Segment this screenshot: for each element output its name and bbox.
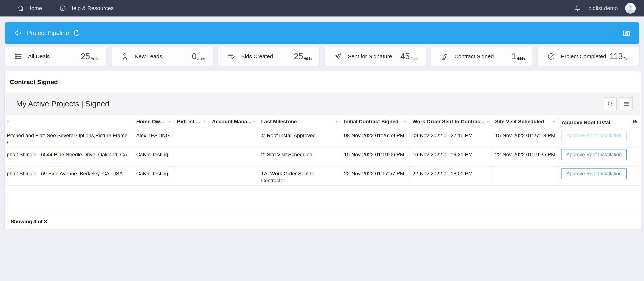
top-navbar: Home Help & Resources bidlist.demo bbox=[0, 0, 644, 16]
column-header-account-manager[interactable]: Account Mana... bbox=[209, 115, 258, 128]
folder-block-icon[interactable] bbox=[622, 29, 630, 37]
work-order-sent-cell: 09-Nov-2022 01:27:15 PM bbox=[410, 128, 492, 147]
sort-triangle-icon bbox=[486, 121, 489, 123]
refresh-icon[interactable] bbox=[73, 29, 80, 37]
table-row[interactable]: phalt Shingle - 69 Pine Avenue, Berkeley… bbox=[6, 167, 640, 186]
approve-roof-installation-button[interactable]: Approve Roof Installation bbox=[562, 130, 626, 141]
kpi-card-new-leads[interactable]: New Leads 0/bids bbox=[112, 47, 213, 66]
roof-cell bbox=[630, 128, 640, 147]
kpi-card-all-deals[interactable]: All Deals 25/bids bbox=[5, 47, 106, 66]
table-empty-space bbox=[6, 186, 640, 214]
site-visit-scheduled-cell: 15-Nov-2022 01:27:18 PM bbox=[492, 128, 558, 147]
deals-list-icon bbox=[14, 52, 22, 60]
column-header-roof[interactable]: Roo bbox=[630, 115, 640, 128]
pipeline-banner: Project Pipeline bbox=[5, 22, 639, 44]
column-header-work-order-sent[interactable]: Work Order Sent to Contrac... bbox=[410, 115, 492, 128]
kpi-label: All Deals bbox=[28, 53, 50, 59]
nav-help[interactable]: Help & Resources bbox=[60, 5, 114, 11]
table-row[interactable]: Pitched and Flat: See Several Options,Pi… bbox=[6, 128, 640, 147]
contract-signed-panel: Contract Signed My Active Projects | Sig… bbox=[4, 71, 641, 229]
banner-title: Project Pipeline bbox=[27, 29, 69, 36]
approve-roof-installation-button[interactable]: Approve Roof Installation bbox=[562, 149, 626, 160]
column-header-approve-roof-install[interactable]: Approve Roof Install bbox=[558, 115, 630, 128]
kpi-card-sent-for-signature[interactable]: Sent for Signature 45/bids bbox=[325, 47, 426, 66]
last-milestone-cell: 2: Site Visit Scheduled bbox=[258, 147, 341, 166]
sort-triangle-icon bbox=[553, 121, 556, 123]
column-header-home-owner[interactable]: Home Ow... bbox=[133, 115, 174, 128]
username-label[interactable]: bidlist.demo bbox=[588, 5, 618, 11]
project-cell: Pitched and Flat: See Several Options,Pi… bbox=[6, 128, 133, 147]
kpi-unit: /bids bbox=[517, 57, 525, 61]
paper-plane-icon bbox=[334, 52, 342, 60]
kpi-unit: /bids bbox=[91, 57, 98, 61]
approve-cell: Approve Roof Installation bbox=[558, 147, 630, 166]
home-owner-cell: Calvin Testing bbox=[133, 167, 174, 185]
sort-triangle-icon bbox=[252, 121, 255, 123]
account-manager-cell bbox=[209, 128, 258, 147]
home-owner-cell: Calvin Testing bbox=[133, 147, 174, 166]
kpi-unit: /bids bbox=[624, 57, 631, 61]
initial-contract-signed-cell: 22-Nov-2022 01:17:57 PM bbox=[341, 167, 410, 185]
sort-triangle-icon bbox=[335, 121, 338, 123]
nav-help-label: Help & Resources bbox=[69, 5, 114, 11]
column-header-bidlist[interactable]: BidList ... bbox=[174, 115, 209, 128]
account-manager-cell bbox=[209, 147, 258, 166]
sort-triangle-icon bbox=[168, 121, 171, 123]
kpi-value: 0 bbox=[192, 52, 197, 60]
search-button[interactable] bbox=[604, 97, 617, 110]
project-cell: phalt Shingle - 6544 Pine Needle Drive, … bbox=[6, 147, 133, 166]
notifications-bell-icon[interactable] bbox=[574, 5, 581, 12]
kpi-cards-row: All Deals 25/bids New Leads 0/bids Bids … bbox=[5, 47, 639, 66]
column-header-site-visit-scheduled[interactable]: Site Visit Scheduled bbox=[492, 115, 558, 128]
column-header-project[interactable] bbox=[6, 115, 133, 128]
back-arrow-icon[interactable] bbox=[14, 29, 22, 37]
kpi-card-contract-signed[interactable]: Contract Signed 1/bids bbox=[431, 47, 532, 66]
sort-triangle-icon bbox=[404, 121, 406, 123]
info-icon bbox=[60, 5, 66, 11]
home-owner-cell: Alex TESTING bbox=[133, 128, 174, 147]
roof-cell bbox=[630, 167, 640, 185]
active-projects-subpanel: My Active Projects | Signed H bbox=[6, 92, 640, 229]
table-row[interactable]: phalt Shingle - 6544 Pine Needle Drive, … bbox=[6, 147, 640, 167]
home-icon bbox=[18, 5, 24, 11]
kpi-unit: /bids bbox=[410, 57, 418, 61]
page-title: Contract Signed bbox=[6, 71, 640, 92]
kpi-label: Contract Signed bbox=[454, 53, 494, 59]
bid-lines-check-icon bbox=[228, 52, 235, 60]
kpi-label: Sent for Signature bbox=[348, 53, 392, 59]
kpi-value: 113 bbox=[609, 52, 623, 60]
sort-triangle-icon bbox=[7, 121, 10, 123]
projects-table: Home Ow... BidList ... Account Mana... L… bbox=[6, 115, 640, 229]
avatar[interactable] bbox=[625, 3, 636, 13]
site-visit-scheduled-cell: 22-Nov-2022 01:19:35 PM bbox=[492, 147, 558, 166]
bidlist-cell bbox=[174, 147, 209, 166]
nav-home[interactable]: Home bbox=[18, 5, 42, 11]
row-count-label: Showing 3 of 3 bbox=[11, 219, 47, 225]
signature-pen-icon bbox=[441, 52, 448, 60]
menu-button[interactable] bbox=[620, 97, 633, 110]
roof-cell bbox=[630, 147, 640, 166]
table-header-row: Home Ow... BidList ... Account Mana... L… bbox=[6, 115, 640, 128]
column-header-initial-contract-signed[interactable]: Initial Contract Signed bbox=[341, 115, 410, 128]
last-milestone-cell: 1A: Work Order Sent to Contractor bbox=[258, 167, 341, 185]
kpi-value: 1 bbox=[512, 52, 516, 60]
hamburger-menu-icon bbox=[623, 101, 630, 107]
kpi-card-bids-created[interactable]: Bids Created 25/bids bbox=[218, 47, 319, 66]
kpi-card-project-completed[interactable]: Project Completed 113/bids bbox=[538, 47, 639, 66]
sort-triangle-icon bbox=[203, 121, 206, 123]
new-lead-icon bbox=[121, 52, 129, 60]
kpi-unit: /bids bbox=[197, 57, 205, 61]
project-cell: phalt Shingle - 69 Pine Avenue, Berkeley… bbox=[6, 167, 133, 185]
approve-roof-installation-button[interactable]: Approve Roof Installation bbox=[562, 168, 626, 179]
initial-contract-signed-cell: 08-Nov-2022 01:26:59 PM bbox=[341, 128, 410, 147]
kpi-unit: /bids bbox=[304, 57, 312, 61]
subpanel-header: My Active Projects | Signed bbox=[6, 92, 640, 115]
last-milestone-cell: 4: Roof Install Approved bbox=[258, 128, 341, 147]
approve-cell: Approve Roof Installation bbox=[558, 128, 630, 147]
kpi-value: 25 bbox=[294, 52, 303, 60]
column-header-last-milestone[interactable]: Last Milestone bbox=[258, 115, 341, 128]
subpanel-title: My Active Projects | Signed bbox=[16, 99, 109, 108]
initial-contract-signed-cell: 15-Nov-2022 01:19:06 PM bbox=[341, 147, 410, 166]
kpi-value: 25 bbox=[81, 52, 90, 60]
bidlist-cell bbox=[174, 167, 209, 185]
